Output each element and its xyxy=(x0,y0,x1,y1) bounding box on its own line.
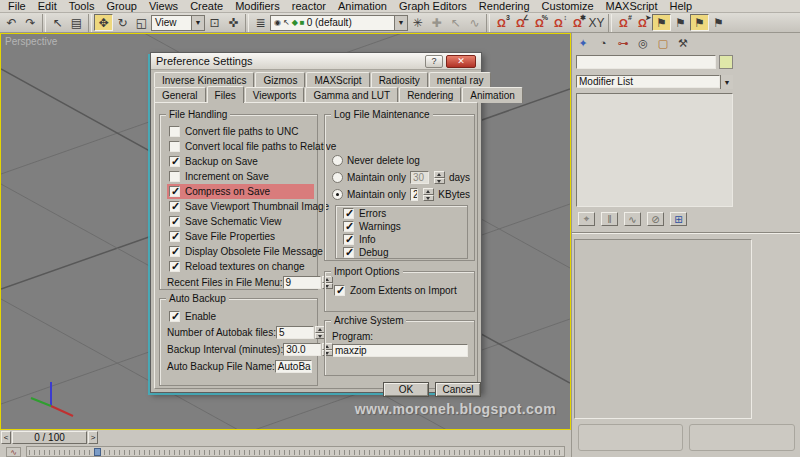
help-button[interactable]: ? xyxy=(425,55,443,68)
spinner-control[interactable] xyxy=(434,171,445,184)
pref-tab[interactable]: mental ray xyxy=(429,72,492,87)
object-color-swatch[interactable] xyxy=(719,55,733,69)
select-and-manipulate-icon[interactable]: ✜ xyxy=(224,14,243,31)
animation-key-panel[interactable] xyxy=(578,424,683,451)
select-and-scale-icon[interactable]: ◱ xyxy=(132,14,151,31)
log-level-option[interactable]: Debug xyxy=(341,246,467,259)
angle-snap-icon[interactable]: Ω∠ xyxy=(511,14,530,31)
checkbox[interactable] xyxy=(169,311,180,322)
previous-frame-button[interactable]: < xyxy=(1,431,11,444)
curve-editor-icon[interactable]: ⚑ xyxy=(709,14,728,31)
checkbox[interactable] xyxy=(343,234,354,245)
dropdown-arrow-icon[interactable]: ▼ xyxy=(720,75,733,89)
never-delete-log-option[interactable]: Never delete log xyxy=(332,153,470,168)
spinner-control[interactable] xyxy=(423,188,434,201)
menu-item[interactable]: Group xyxy=(100,0,143,13)
close-icon[interactable]: ✕ xyxy=(446,55,476,68)
file-handling-option[interactable]: Save File Properties xyxy=(167,229,317,244)
select-in-layer-icon[interactable]: ↖ xyxy=(446,14,465,31)
checkbox[interactable] xyxy=(343,221,354,232)
mini-curve-editor-button[interactable]: ∿ xyxy=(6,447,21,457)
log-level-option[interactable]: Info xyxy=(341,233,467,246)
pref-tab[interactable]: Gamma and LUT xyxy=(305,87,398,103)
checkbox[interactable] xyxy=(334,285,345,296)
create-new-layer-icon[interactable]: ✳ xyxy=(408,14,427,31)
file-handling-option[interactable]: Reload textures on change xyxy=(167,259,317,274)
checkbox[interactable] xyxy=(343,208,354,219)
file-handling-option[interactable]: Save Viewport Thumbnail Image xyxy=(167,199,317,214)
hierarchy-tab-icon[interactable]: ⊶ xyxy=(614,35,632,51)
checkbox[interactable] xyxy=(169,201,180,212)
dialog-titlebar[interactable]: Preference Settings ? ✕ xyxy=(151,53,481,70)
log-level-option[interactable]: Errors xyxy=(341,207,467,220)
pref-tab[interactable]: Gizmos xyxy=(255,72,305,87)
configure-modifier-sets-icon[interactable]: ⊞ xyxy=(670,212,687,226)
zoom-extents-option[interactable]: Zoom Extents on Import xyxy=(332,283,474,298)
motion-tab-icon[interactable]: ◎ xyxy=(634,35,652,51)
modify-tab-icon[interactable]: ◔ xyxy=(594,35,612,51)
maintain-days-option[interactable]: Maintain only 30 days xyxy=(332,170,470,185)
snaps-toggle-icon[interactable]: Ω3 xyxy=(492,14,511,31)
modifier-list-dropdown[interactable]: Modifier List ▼ xyxy=(576,75,733,89)
file-handling-option[interactable]: Increment on Save xyxy=(167,169,317,184)
display-tab-icon[interactable]: ▢ xyxy=(654,35,672,51)
autobak-files-input[interactable]: 5 xyxy=(276,326,314,339)
menu-item[interactable]: File xyxy=(2,0,32,13)
undo-icon[interactable]: ↶ xyxy=(2,14,21,31)
file-handling-option[interactable]: Backup on Save xyxy=(167,154,317,169)
layer-flag-icon[interactable]: ⚑ xyxy=(690,14,709,31)
pref-tab[interactable]: Animation xyxy=(462,87,522,103)
named-snap-icon[interactable]: Ω✱ xyxy=(568,14,587,31)
menu-item[interactable]: Rendering xyxy=(473,0,536,13)
track-bar-frame-marker[interactable] xyxy=(94,448,101,456)
radio-button[interactable] xyxy=(332,172,343,183)
checkbox[interactable] xyxy=(169,156,180,167)
checkbox[interactable] xyxy=(169,216,180,227)
pref-tab[interactable]: Files xyxy=(207,86,244,103)
maintain-kbytes-option[interactable]: Maintain only 256 KBytes xyxy=(332,187,470,202)
layer-dropdown[interactable]: ◉ ↖ ◆ ■ 0 (default) ▼ xyxy=(270,15,408,31)
file-handling-option[interactable]: Convert file paths to UNC xyxy=(167,124,317,139)
pref-tab[interactable]: MAXScript xyxy=(306,72,369,87)
checkbox[interactable] xyxy=(169,126,180,137)
spinner-snap-icon[interactable]: Ω↕ xyxy=(549,14,568,31)
axis-constraints-icon[interactable]: XY xyxy=(587,14,606,31)
pin-stack-icon[interactable]: ⌖ xyxy=(578,212,595,226)
pref-tab[interactable]: Viewports xyxy=(245,87,305,103)
snap-green-icon[interactable]: Ω➤ xyxy=(633,14,652,31)
utilities-tab-icon[interactable]: ⚒ xyxy=(674,35,692,51)
menu-item[interactable]: Graph Editors xyxy=(393,0,473,13)
menu-item[interactable]: Modifiers xyxy=(229,0,286,13)
radio-button[interactable] xyxy=(332,155,343,166)
make-unique-icon[interactable]: ∿ xyxy=(624,212,641,226)
layer-manager-icon[interactable]: ≣ xyxy=(251,14,270,31)
dropdown-arrow-icon[interactable]: ▼ xyxy=(191,16,204,30)
remove-modifier-icon[interactable]: ⊘ xyxy=(647,212,664,226)
checkbox[interactable] xyxy=(169,246,180,257)
mirror-icon[interactable]: ⚑ xyxy=(652,14,671,31)
menu-item[interactable]: Customize xyxy=(536,0,600,13)
cancel-button[interactable]: Cancel xyxy=(435,382,481,397)
select-by-name-icon[interactable]: ▤ xyxy=(67,14,86,31)
file-handling-option[interactable]: Compress on Save xyxy=(167,184,314,199)
viewport-label[interactable]: Perspective xyxy=(5,36,57,47)
select-and-rotate-icon[interactable]: ↻ xyxy=(113,14,132,31)
maintain-days-input[interactable]: 30 xyxy=(410,171,429,184)
log-level-option[interactable]: Warnings xyxy=(341,220,467,233)
backup-filename-input[interactable]: AutoBackup xyxy=(275,360,312,373)
checkbox[interactable] xyxy=(169,231,180,242)
redo-icon[interactable]: ↷ xyxy=(21,14,40,31)
checkbox[interactable] xyxy=(169,171,180,182)
create-tab-icon[interactable]: ✦ xyxy=(574,35,592,51)
checkbox[interactable] xyxy=(169,261,180,272)
pref-tab[interactable]: Inverse Kinematics xyxy=(154,72,254,87)
modifier-stack-list[interactable] xyxy=(576,93,733,207)
track-bar[interactable] xyxy=(26,446,565,457)
auto-backup-enable[interactable]: Enable xyxy=(167,309,317,324)
add-to-layer-icon[interactable]: ✚ xyxy=(427,14,446,31)
align-icon[interactable]: ⚑ xyxy=(671,14,690,31)
show-end-result-icon[interactable]: ‖ xyxy=(601,212,618,226)
ok-button[interactable]: OK xyxy=(383,382,429,397)
checkbox[interactable] xyxy=(169,141,180,152)
reference-coordinate-dropdown[interactable]: View▼ xyxy=(151,15,205,31)
